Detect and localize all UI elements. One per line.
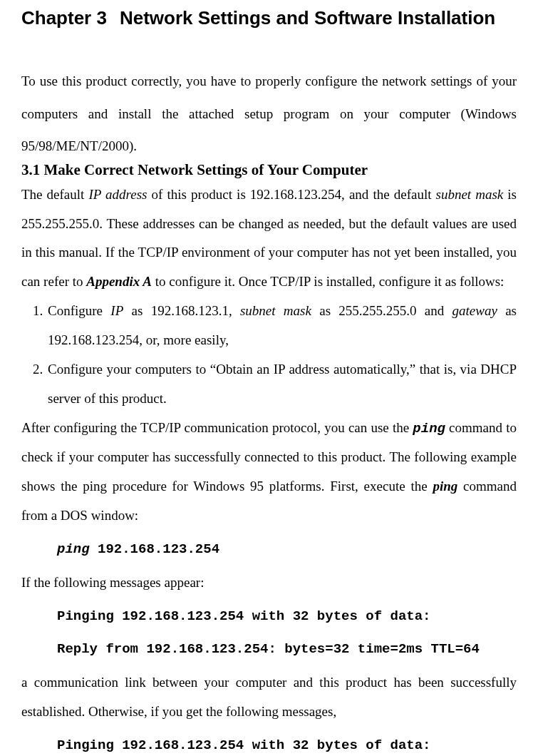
- section-paragraph-4: a communication link between your comput…: [21, 668, 517, 727]
- configuration-list: Configure IP as 192.168.123.1, subnet ma…: [21, 297, 517, 413]
- section-paragraph-3: If the following messages appear:: [21, 568, 517, 598]
- section-paragraph-2: After configuring the TCP/IP communicati…: [21, 414, 517, 531]
- chapter-name: Network Settings and Software Installati…: [120, 7, 495, 29]
- code-ping-output-3: Pinging 192.168.123.254 with 32 bytes of…: [57, 731, 517, 756]
- list-item: Configure your computers to “Obtain an I…: [46, 355, 517, 414]
- section-paragraph-1: The default IP address of this product i…: [21, 180, 517, 297]
- ip-address-term: IP address: [88, 187, 147, 202]
- section-title: 3.1 Make Correct Network Settings of You…: [21, 161, 517, 179]
- subnet-mask-term: subnet mask: [436, 187, 504, 202]
- list-item: Configure IP as 192.168.123.1, subnet ma…: [46, 297, 517, 355]
- ping-command: ping: [413, 421, 445, 436]
- ping-command: ping: [433, 479, 457, 494]
- code-ping-output-2: Reply from 192.168.123.254: bytes=32 tim…: [57, 635, 517, 664]
- intro-paragraph: To use this product correctly, you have …: [21, 65, 517, 163]
- chapter-number: Chapter 3: [21, 7, 107, 29]
- appendix-ref: Appendix A: [86, 274, 152, 289]
- code-ping-command: ping 192.168.123.254: [57, 535, 517, 564]
- code-ping-output-1: Pinging 192.168.123.254 with 32 bytes of…: [57, 602, 517, 631]
- chapter-title: Chapter 3Network Settings and Software I…: [21, 7, 517, 29]
